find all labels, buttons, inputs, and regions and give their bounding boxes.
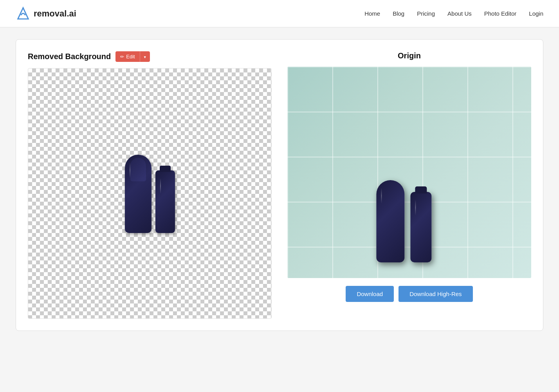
removed-bg-image bbox=[28, 68, 272, 319]
edit-button[interactable]: Edit bbox=[115, 51, 139, 62]
removed-background-title: Removed Background bbox=[28, 52, 111, 61]
nav-home[interactable]: Home bbox=[364, 10, 380, 17]
nav-pricing[interactable]: Pricing bbox=[417, 10, 435, 17]
result-card: Removed Background Edit bbox=[16, 39, 543, 331]
tube-origin bbox=[376, 180, 404, 262]
main-content: Removed Background Edit bbox=[0, 27, 559, 343]
chevron-down-icon bbox=[143, 54, 147, 59]
removed-background-panel: Removed Background Edit bbox=[28, 51, 272, 319]
products-origin-display bbox=[376, 180, 431, 262]
product-cutout bbox=[105, 155, 195, 233]
edit-dropdown-button[interactable] bbox=[140, 51, 150, 62]
water-drops-decoration bbox=[130, 163, 130, 178]
origin-title: Origin bbox=[398, 51, 421, 60]
origin-image bbox=[287, 67, 531, 278]
two-column-layout: Removed Background Edit bbox=[28, 51, 531, 319]
nav-login[interactable]: Login bbox=[529, 10, 543, 17]
origin-panel: Origin bbox=[287, 51, 531, 302]
bottle-small-shape bbox=[155, 170, 175, 233]
water-drops-decoration-2 bbox=[160, 178, 161, 194]
bathroom-tiles-background bbox=[287, 67, 531, 278]
edit-button-group: Edit bbox=[115, 51, 150, 62]
header: removal.ai Home Blog Pricing About Us Ph… bbox=[0, 0, 559, 27]
left-panel-header: Removed Background Edit bbox=[28, 51, 272, 62]
logo-link[interactable]: removal.ai bbox=[16, 6, 76, 21]
bottle-origin bbox=[410, 192, 431, 262]
water-drops-origin-1 bbox=[381, 188, 382, 204]
water-drops-origin-2 bbox=[415, 200, 416, 215]
edit-button-label: Edit bbox=[126, 54, 135, 60]
download-hires-button[interactable]: Download High-Res bbox=[399, 286, 472, 302]
pencil-icon bbox=[120, 54, 124, 60]
tube-tall-shape bbox=[125, 155, 151, 233]
nav-about-us[interactable]: About Us bbox=[447, 10, 472, 17]
main-nav: Home Blog Pricing About Us Photo Editor … bbox=[364, 10, 543, 17]
nav-blog[interactable]: Blog bbox=[393, 10, 404, 17]
download-button[interactable]: Download bbox=[346, 286, 394, 302]
logo-text: removal.ai bbox=[34, 9, 76, 19]
nav-photo-editor[interactable]: Photo Editor bbox=[484, 10, 517, 17]
download-buttons: Download Download High-Res bbox=[346, 286, 472, 302]
logo-icon bbox=[16, 6, 31, 21]
